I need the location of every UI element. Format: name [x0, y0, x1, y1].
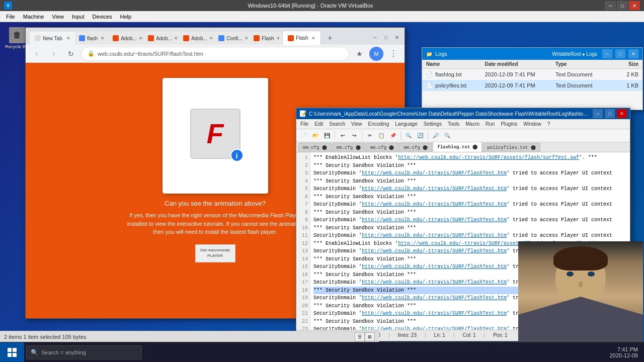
tab-mmcfg-1[interactable]: mm.cfg ⬤ — [298, 143, 332, 152]
menu-edit[interactable]: Edit — [311, 119, 326, 129]
notepadpp-menubar: File Edit Search View Encoding Language … — [296, 119, 630, 129]
host-start-button[interactable] — [0, 342, 24, 363]
tool-search[interactable]: 🔍 — [403, 131, 414, 141]
status-ln: Ln: 1 — [434, 332, 445, 338]
tab-policyfiles[interactable]: policyfiles.txt ⬤ — [482, 143, 540, 152]
vbox-outer-window: V Windows10-64bit [Running] - Oracle VM … — [0, 0, 644, 362]
menu-window[interactable]: Window — [520, 119, 544, 129]
chrome-tab-4[interactable]: Adob... ✕ — [144, 32, 179, 45]
vbox-title-text: Windows10-64bit [Running] - Oracle VM Vi… — [16, 3, 605, 9]
flash-question-text: Can you see the animation above? — [165, 200, 266, 207]
chrome-forward-button[interactable]: › — [47, 47, 61, 61]
text-line-1: *** EnableAllowList blocks 'http://web.c… — [313, 154, 627, 162]
menu-view[interactable]: View — [348, 119, 365, 129]
flash-f-letter: F — [207, 118, 224, 150]
text-line-10: *** Security Sandbox Violation *** — [313, 224, 627, 232]
menu-plugins[interactable]: Plugins — [498, 119, 520, 129]
lock-icon: 🔒 — [88, 50, 95, 57]
vbox-menu-view[interactable]: View — [48, 11, 68, 22]
chrome-tab-3[interactable]: Adob... ✕ — [109, 32, 144, 45]
chrome-account-button[interactable]: M — [369, 47, 383, 61]
tab-mmcfg-2[interactable]: mm.cfg ⬤ — [332, 143, 365, 152]
explorer-file-row-2[interactable]: 📄policyfiles.txt 2020-12-09 7:41 PM Text… — [422, 80, 642, 91]
tab-mmcfg-3[interactable]: mm.cfg ⬤ — [366, 143, 399, 152]
chrome-tab-7[interactable]: Flash ✕ — [250, 32, 282, 45]
chrome-tab-new[interactable]: New Tab ✕ — [30, 32, 75, 45]
chrome-close[interactable]: ✕ — [391, 32, 403, 43]
notepadpp-title-text: C:\Users\mark_\AppData\Local\Google\Chro… — [309, 111, 591, 117]
explorer-minimize[interactable]: ─ — [602, 49, 612, 58]
chrome-new-tab-button[interactable]: + — [323, 32, 337, 45]
text-line-8: *** Security Sandbox Violation *** — [313, 209, 627, 217]
tool-replace[interactable]: 🔄 — [415, 131, 426, 141]
status-divider-5: | — [484, 332, 486, 338]
chrome-back-button[interactable]: ‹ — [30, 47, 44, 61]
chrome-bookmark-button[interactable]: ★ — [352, 47, 366, 61]
webcam-overlay — [518, 241, 643, 342]
notepadpp-close[interactable]: ✕ — [617, 109, 627, 118]
chrome-minimize[interactable]: ─ — [369, 32, 380, 43]
text-line-5: SecurityDomain 'http://web.csulb.edu/-tt… — [313, 185, 627, 193]
host-search-container[interactable]: 🔍 Search = anything — [26, 345, 142, 359]
explorer-maximize[interactable]: □ — [615, 49, 625, 58]
chrome-tab-active[interactable]: Flash ✕ — [282, 31, 320, 45]
menu-help[interactable]: ? — [544, 119, 553, 129]
menu-file[interactable]: File — [297, 119, 311, 129]
menu-language[interactable]: Language — [392, 119, 421, 129]
host-search-icon: 🔍 — [31, 349, 38, 356]
menu-search[interactable]: Search — [326, 119, 348, 129]
vbox-menu-machine[interactable]: Machine — [19, 11, 48, 22]
explorer-header-row: Name Date modified Type Size — [422, 60, 642, 69]
menu-settings[interactable]: Settings — [421, 119, 445, 129]
vbox-menu-devices[interactable]: Devices — [88, 11, 116, 22]
menu-encoding[interactable]: Encoding — [365, 119, 392, 129]
vbox-maximize-button[interactable]: □ — [617, 1, 628, 10]
svg-rect-5 — [13, 348, 17, 352]
chrome-tab-5[interactable]: Adob... ✕ — [179, 32, 214, 45]
view-grid-button[interactable]: ⊞ — [365, 332, 375, 341]
menu-macro[interactable]: Macro — [462, 119, 482, 129]
tool-new[interactable]: 📄 — [298, 131, 309, 141]
chrome-tab-6[interactable]: Confi... ✕ — [214, 32, 250, 45]
tool-zoom-out[interactable]: 🔍 — [442, 131, 453, 141]
tool-zoom-in[interactable]: 🔎 — [430, 131, 441, 141]
svg-rect-6 — [8, 353, 12, 357]
host-clock[interactable]: 7:41 PM 2020-12-09 — [610, 346, 644, 358]
get-flash-button[interactable]: Get macromedia PLAYER — [195, 244, 235, 262]
text-line-7: SecurityDomain 'http://web.csulb.edu/-tt… — [313, 201, 627, 209]
tool-open[interactable]: 📂 — [310, 131, 321, 141]
chrome-menu-button[interactable]: ⋮ — [386, 47, 400, 61]
chrome-refresh-button[interactable]: ↻ — [64, 47, 78, 61]
vbox-minimize-button[interactable]: ─ — [605, 1, 616, 10]
vbox-menu-input[interactable]: Input — [68, 11, 88, 22]
text-line-9: SecurityDomain 'http://web.csulb.edu/-tt… — [313, 216, 627, 224]
tool-cut[interactable]: ✂ — [364, 131, 375, 141]
vbox-menu-file[interactable]: File — [2, 11, 19, 22]
vbox-close-button[interactable]: ✕ — [629, 1, 640, 10]
flash-info-icon: i — [230, 149, 244, 162]
chrome-tab-2[interactable]: flash ✕ — [75, 32, 109, 45]
status-lines: lines: 23 — [398, 332, 417, 338]
vbox-menu-help[interactable]: Help — [116, 11, 136, 22]
notepadpp-minimize[interactable]: ─ — [593, 109, 603, 118]
tool-redo[interactable]: ↪ — [349, 131, 360, 141]
flash-test-card: F i — [163, 78, 268, 194]
notepadpp-icon: 📝 — [299, 110, 307, 117]
tool-copy[interactable]: 📋 — [376, 131, 387, 141]
tool-undo[interactable]: ↩ — [337, 131, 348, 141]
menu-tools[interactable]: Tools — [445, 119, 462, 129]
chrome-toolbar: ‹ › ↻ 🔒 web.csulb.edu/~ttravis/SURF/flas… — [26, 45, 405, 63]
vbox-titlebar: V Windows10-64bit [Running] - Oracle VM … — [0, 0, 644, 11]
tool-save[interactable]: 💾 — [321, 131, 333, 141]
tab-flashlog[interactable]: flashlog.txt ⬤ — [433, 142, 482, 152]
tool-paste[interactable]: 📌 — [387, 131, 398, 141]
view-list-button[interactable]: ☰ — [355, 332, 365, 341]
menu-run[interactable]: Run — [482, 119, 498, 129]
chrome-maximize[interactable]: □ — [380, 32, 391, 43]
explorer-file-row-1[interactable]: 📄flashlog.txt 2020-12-09 7:41 PM Text Do… — [422, 69, 642, 80]
explorer-close[interactable]: ✕ — [628, 49, 638, 58]
tab-mmcfg-4[interactable]: mm.cfg ⬤ — [399, 143, 432, 152]
notepadpp-maximize[interactable]: □ — [605, 109, 615, 118]
text-line-3: SecurityDomain 'http://web.csulb.edu/-tt… — [313, 169, 627, 177]
chrome-url-bar[interactable]: 🔒 web.csulb.edu/~ttravis/SURF/flashTest.… — [81, 47, 349, 61]
